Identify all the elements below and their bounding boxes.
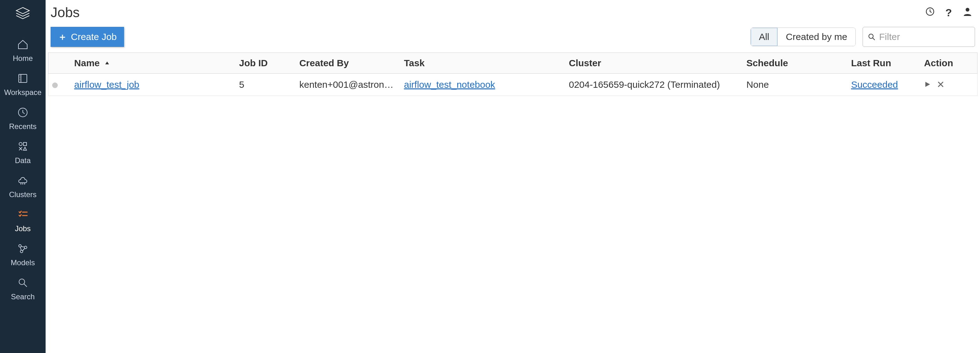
svg-point-7 [19,142,22,146]
jobs-list-icon [17,209,29,220]
sidebar-item-jobs[interactable]: Jobs [0,205,46,239]
column-header-task[interactable]: Task [400,53,565,74]
sidebar-item-label: Search [0,293,46,301]
last-run-link[interactable]: Succeeded [851,80,898,90]
cell-created-by: kenten+001@astronome… [296,74,400,96]
svg-point-18 [24,246,27,249]
page-title: Jobs [51,5,80,20]
sidebar-item-label: Workspace [0,88,46,97]
sidebar-item-home[interactable]: Home [0,34,46,68]
cell-name: airflow_test_job [71,74,235,96]
databricks-logo-icon[interactable] [15,6,30,22]
jobs-table: Name Job ID Created By Task Cluster Sche… [48,52,977,96]
plus-icon: ＋ [58,32,67,41]
svg-marker-11 [24,147,27,150]
filter-all-button[interactable]: All [751,28,777,46]
cell-schedule: None [743,74,847,96]
clock-icon [17,107,29,118]
svg-line-24 [24,284,27,287]
column-header-schedule[interactable]: Schedule [743,53,847,74]
user-icon[interactable] [963,6,972,19]
sidebar-item-workspace[interactable]: Workspace [0,68,46,102]
cell-cluster: 0204-165659-quick272 (Terminated) [565,74,743,96]
svg-line-20 [21,246,25,247]
svg-line-22 [22,248,25,251]
svg-marker-0 [16,8,29,14]
svg-rect-8 [24,142,27,146]
create-job-button[interactable]: ＋ Create Job [51,27,124,47]
run-now-button[interactable] [924,80,931,90]
models-icon [17,243,29,254]
job-name-link[interactable]: airflow_test_job [74,80,139,90]
svg-line-28 [873,38,875,40]
cell-task: airflow_test_notebook [400,74,565,96]
search-icon [868,33,875,41]
sort-asc-icon [104,58,110,68]
column-header-name[interactable]: Name [71,53,235,74]
search-icon [17,277,29,288]
owner-filter-group: All Created by me [751,27,856,46]
svg-point-27 [869,34,873,38]
cell-status [48,74,71,96]
delete-button[interactable] [937,80,944,90]
workspace-icon [17,73,29,84]
data-shapes-icon [17,141,29,152]
filter-input-wrapper[interactable] [862,27,975,47]
sidebar-item-label: Data [0,156,46,165]
cell-last-run: Succeeded [847,74,920,96]
svg-rect-1 [19,74,27,83]
sidebar-item-label: Jobs [0,224,46,233]
sidebar-item-recents[interactable]: Recents [0,102,46,137]
svg-point-4 [20,78,20,78]
column-header-created-by[interactable]: Created By [296,53,400,74]
column-header-cluster[interactable]: Cluster [565,53,743,74]
status-dot-icon [52,83,58,88]
column-header-last-run[interactable]: Last Run [847,53,920,74]
sidebar-item-label: Models [0,258,46,267]
column-header-action[interactable]: Action [920,53,977,74]
sidebar-item-models[interactable]: Models [0,239,46,273]
svg-point-23 [19,279,25,285]
svg-line-21 [20,247,21,250]
column-header-label: Name [74,58,100,68]
sidebar-item-label: Clusters [0,190,46,199]
svg-point-26 [966,8,969,11]
svg-marker-29 [105,62,109,64]
column-header-status[interactable] [48,53,71,74]
svg-marker-30 [925,82,930,87]
svg-point-17 [19,245,21,247]
filter-created-by-me-button[interactable]: Created by me [777,28,855,46]
home-icon [17,39,29,50]
filter-input[interactable] [879,32,970,42]
svg-point-3 [20,76,20,76]
sidebar: Home Workspace Recents [0,0,46,353]
cluster-icon [17,175,29,186]
sidebar-item-label: Home [0,54,46,63]
task-link[interactable]: airflow_test_notebook [404,80,495,90]
sidebar-item-search[interactable]: Search [0,273,46,307]
sidebar-item-label: Recents [0,122,46,131]
sidebar-item-data[interactable]: Data [0,137,46,170]
help-icon[interactable]: ? [945,6,952,19]
table-row: airflow_test_job 5 kenten+001@astronome…… [48,74,977,96]
cell-action [920,74,977,96]
sidebar-item-clusters[interactable]: Clusters [0,170,46,205]
cell-job-id: 5 [235,74,296,96]
create-job-label: Create Job [71,32,117,42]
history-icon[interactable] [925,7,935,18]
column-header-job-id[interactable]: Job ID [235,53,296,74]
svg-point-5 [20,80,20,80]
